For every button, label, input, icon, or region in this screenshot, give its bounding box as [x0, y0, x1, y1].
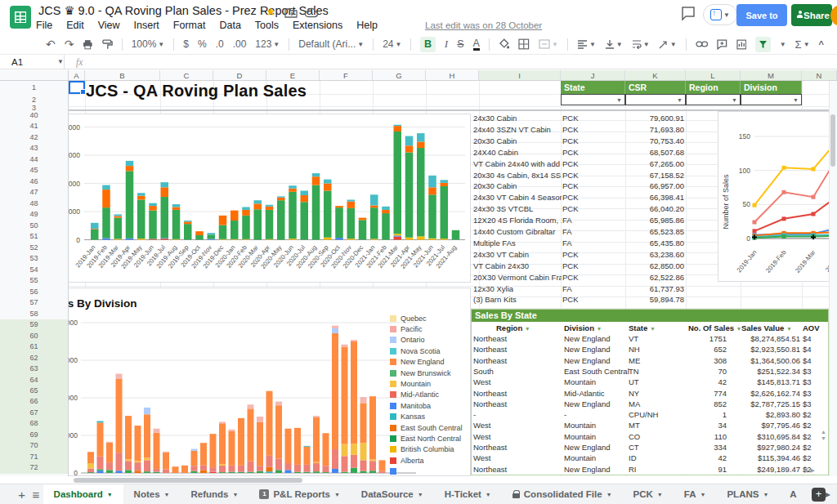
insert-link-icon[interactable] — [696, 40, 709, 48]
column-header-J[interactable]: J — [561, 70, 625, 80]
menu-insert[interactable]: Insert — [134, 20, 159, 31]
column-header-G[interactable]: G — [373, 70, 426, 80]
all-sheets-button[interactable]: ≡ — [29, 484, 43, 504]
state-table-header-state[interactable]: State ▼ — [629, 323, 656, 332]
undo-icon[interactable]: ↶ — [46, 38, 56, 51]
row-header-67[interactable]: 67 — [0, 408, 68, 418]
menu-edit[interactable]: Edit — [66, 20, 84, 31]
filter-dropdown-state[interactable]: ▼ — [561, 94, 625, 105]
percent-format-button[interactable]: % — [198, 38, 207, 50]
row-header-47[interactable]: 47 — [0, 187, 68, 198]
vertical-scrollbar-thumb[interactable] — [830, 114, 835, 167]
row-header-44[interactable]: 44 — [0, 154, 68, 165]
tab-plans[interactable]: PLANS▼ — [716, 484, 779, 504]
column-header-H[interactable]: H — [426, 70, 479, 80]
row-gutter[interactable]: 1234041424344454647484950515253545556575… — [0, 81, 69, 476]
column-filter-icon[interactable]: ▼ — [786, 326, 792, 332]
state-table-header-division[interactable]: Division ▼ — [564, 323, 602, 332]
product-row[interactable]: 20X30 Vermont Cabin FramePCK62,522.86 — [471, 273, 686, 284]
menu-extensions[interactable]: Extensions — [293, 20, 342, 31]
product-row[interactable]: VT Cabin 24x30PCK62,850.00 — [471, 261, 686, 273]
row-header-55[interactable]: 55 — [0, 275, 68, 286]
table-vertical-scrollbar[interactable]: ▲▼ — [820, 429, 827, 463]
number-format-button[interactable]: 123▼ — [255, 38, 280, 50]
collapse-toolbar-icon[interactable]: ^ — [819, 39, 824, 49]
menu-tools[interactable]: Tools — [255, 20, 279, 31]
sheets-logo-icon[interactable] — [10, 6, 31, 29]
tab-caret-icon[interactable]: ▼ — [657, 492, 663, 497]
row-header-70[interactable]: 70 — [0, 440, 68, 451]
column-filter-icon[interactable]: ▼ — [597, 326, 602, 332]
tab-caret-icon[interactable]: ▼ — [164, 492, 170, 497]
tab-caret-icon[interactable]: ▼ — [418, 492, 423, 497]
product-row[interactable]: (3) Barn KitsPCK59,894.78 — [471, 295, 686, 306]
filter-views-caret[interactable]: ▼ — [780, 41, 786, 48]
state-table-header-region[interactable]: Region ▼ — [496, 323, 530, 332]
horizontal-align-button[interactable]: ▼ — [577, 40, 596, 49]
text-color-button[interactable]: A — [473, 38, 480, 51]
product-row[interactable]: 14x40 Custom GibraltarFA65,523.85 — [471, 227, 686, 239]
save-to-button[interactable]: Save to — [736, 4, 787, 26]
product-row[interactable]: 24x30 3S VTCBLPCK66,040.20 — [471, 204, 686, 216]
column-header-B[interactable]: B — [85, 70, 160, 80]
table-horizontal-scrollbar[interactable]: ◀▶ — [803, 467, 818, 474]
filter-dropdown-region[interactable]: ▼ — [686, 94, 741, 105]
tab-a[interactable]: A — [779, 484, 807, 504]
tab-caret-icon[interactable]: ▼ — [107, 492, 113, 497]
fill-color-icon[interactable] — [499, 38, 510, 50]
zoom-select[interactable]: 100% ▼ — [132, 38, 165, 50]
row-header-64[interactable]: 64 — [0, 375, 68, 386]
row-header-40[interactable]: 40 — [0, 110, 68, 121]
last-edit-link[interactable]: Last edit was on 28 October — [425, 20, 542, 30]
column-header-D[interactable]: D — [213, 70, 266, 80]
column-header-F[interactable]: F — [320, 70, 373, 80]
tab-datasource[interactable]: DataSource▼ — [351, 484, 434, 504]
move-folder-icon[interactable] — [284, 7, 298, 20]
row-header-72[interactable]: 72 — [0, 462, 68, 473]
print-icon[interactable] — [83, 39, 93, 50]
star-icon[interactable]: ★ — [266, 5, 276, 18]
product-row[interactable]: 24x30 VT CabinPCK63,238.60 — [471, 250, 686, 261]
row-header-1[interactable]: 1 — [0, 81, 68, 94]
comment-history-icon[interactable] — [680, 5, 696, 21]
column-headers[interactable]: ABCDEFGHIJKLMN — [69, 70, 837, 81]
sales-by-state-table[interactable]: Sales By State Region ▼Division ▼State ▼… — [471, 309, 829, 475]
insert-comment-icon[interactable] — [717, 39, 727, 50]
row-header-63[interactable]: 63 — [0, 364, 68, 374]
state-table-header-salesvalue[interactable]: Sales Value ▼ — [741, 323, 792, 332]
column-header-C[interactable]: C — [160, 70, 213, 80]
product-row[interactable]: 24x30 VT Cabin 4 SeasonPCK66,398.41 — [471, 193, 686, 204]
menu-data[interactable]: Data — [219, 20, 240, 31]
strikethrough-button[interactable]: S — [457, 38, 463, 50]
sheet-grid[interactable]: JCS - QA Roving Plan Sales State▼CSR▼Reg… — [69, 81, 829, 476]
row-header-3[interactable]: 3 — [0, 106, 68, 110]
product-row[interactable]: VT Cabin 24x40 with add onsPCK67,265.00 — [471, 159, 686, 171]
tab-refunds[interactable]: Refunds▼ — [181, 484, 249, 504]
row-header-42[interactable]: 42 — [0, 132, 68, 143]
insert-chart-icon[interactable] — [736, 39, 747, 50]
tab-p-l-reports[interactable]: 1P&L Reports▼ — [248, 484, 350, 504]
sheet-title-cell[interactable]: JCS - QA Roving Plan Sales — [86, 82, 307, 100]
filter-dropdown-csr[interactable]: ▼ — [625, 94, 686, 105]
tab-dashboard[interactable]: Dashboard▼ — [43, 484, 123, 504]
column-header-M[interactable]: M — [741, 70, 802, 80]
row-header-69[interactable]: 69 — [0, 430, 68, 440]
decrease-decimal-button[interactable]: .0 — [216, 38, 224, 50]
row-header-53[interactable]: 53 — [0, 253, 68, 264]
cloud-status-icon[interactable] — [304, 7, 319, 20]
product-row[interactable]: 12x30 XyliaFA61,737.93 — [471, 284, 686, 296]
row-header-49[interactable]: 49 — [0, 209, 68, 220]
present-button[interactable]: ▼ — [703, 4, 737, 25]
column-header-N[interactable]: N — [802, 70, 837, 80]
bold-button[interactable]: B — [420, 37, 435, 52]
row-header-60[interactable]: 60 — [0, 331, 68, 341]
state-table-header-aov[interactable]: AOV — [803, 323, 820, 332]
menu-help[interactable]: Help — [356, 20, 378, 31]
sales-by-division-chart[interactable]: Sales By Division05000001000000150000020… — [69, 288, 471, 476]
row-header-61[interactable]: 61 — [0, 341, 68, 352]
column-filter-icon[interactable]: ▼ — [525, 326, 530, 332]
row-header-65[interactable]: 65 — [0, 386, 68, 396]
monthly-sales-chart[interactable]: 05000001000000150000020000002019-Jan2019… — [69, 114, 471, 283]
row-header-66[interactable]: 66 — [0, 396, 68, 407]
selected-cell-a1[interactable] — [69, 81, 85, 94]
